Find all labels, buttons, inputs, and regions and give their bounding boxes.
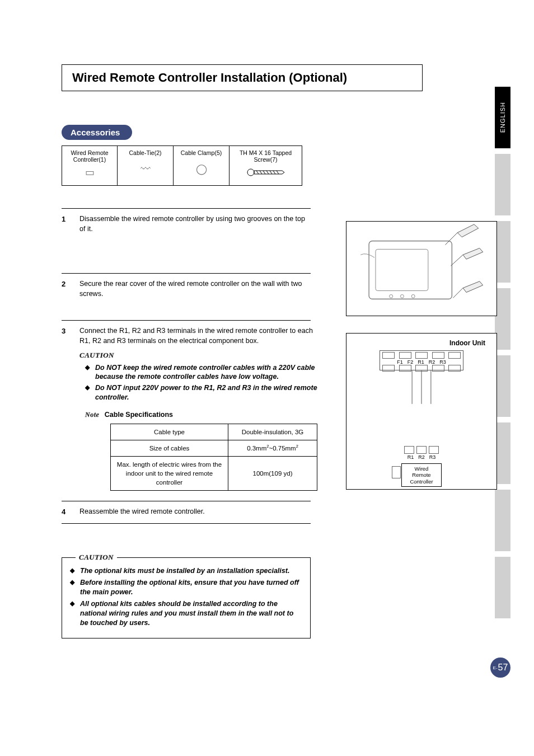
- page-title: Wired Remote Controller Installation (Op…: [72, 71, 412, 85]
- step-body: Connect the R1, R2 and R3 terminals in t…: [79, 326, 317, 491]
- caution-box-list: The optional kits must be installed by a…: [70, 566, 302, 627]
- svg-line-8: [453, 288, 463, 298]
- steps: 1 Disassemble the wired remote controlle…: [62, 208, 311, 524]
- remote-terminal-block: [346, 446, 496, 454]
- terminal-label: R2: [418, 454, 425, 460]
- svg-rect-2: [376, 249, 428, 290]
- spec-cell: Size of cables: [111, 440, 228, 456]
- indoor-unit-label: Indoor Unit: [346, 334, 496, 347]
- language-tabs-inactive: [495, 154, 510, 618]
- acc-label: Wired Remote Controller(1): [65, 149, 114, 163]
- svg-point-3: [390, 294, 393, 298]
- language-tab-label: ENGLISH: [499, 102, 506, 133]
- step-body: Disassemble the wired remote controller …: [79, 214, 311, 234]
- svg-point-5: [411, 294, 415, 298]
- remote-label-line: Wired: [404, 466, 439, 472]
- remote-controller-icon: ▭: [85, 163, 95, 182]
- step-4: 4 Reassemble the wired remote controller…: [62, 501, 311, 524]
- step-number: 4: [62, 508, 69, 517]
- remote-label-line: Remote: [404, 472, 439, 478]
- acc-label: TH M4 X 16 Tapped Screw(7): [233, 149, 298, 163]
- caution-list: Do NOT keep the wired remote controller …: [85, 363, 317, 403]
- page-number-badge: E-57: [490, 658, 510, 678]
- caution-box-label: CAUTION: [76, 553, 117, 562]
- step-3: 3 Connect the R1, R2 and R3 terminals in…: [62, 320, 311, 501]
- figure-disassembly: [346, 221, 497, 316]
- terminal-label: R3: [429, 454, 436, 460]
- acc-label: Cable Clamp(5): [181, 149, 222, 156]
- indoor-terminal-block: F1 F2 R1 R2 R3: [380, 350, 463, 370]
- caution-item: Do NOT input 220V power to the R1, R2 an…: [85, 383, 317, 402]
- wired-remote-label-box: Wired Remote Controller: [401, 463, 442, 487]
- terminal-label: F2: [407, 359, 414, 365]
- page-number: 57: [498, 663, 508, 673]
- caution-box: CAUTION The optional kits must be instal…: [62, 557, 311, 638]
- acc-label: Cable-Tie(2): [129, 149, 162, 156]
- spec-cell: 100m(109 yd): [228, 456, 317, 490]
- caution-box-item: The optional kits must be installed by a…: [70, 566, 302, 576]
- svg-point-0: [247, 169, 254, 176]
- language-tab-english: ENGLISH: [495, 87, 510, 148]
- step-number: 2: [62, 280, 69, 299]
- step-text: Connect the R1, R2 and R3 terminals in t…: [79, 326, 317, 346]
- figure-wiring: Indoor Unit F1 F2 R1 R2 R3: [346, 333, 497, 490]
- terminal-label: R1: [407, 454, 414, 460]
- page-number-prefix: E-: [493, 665, 498, 670]
- step-body: Reassemble the wired remote controller.: [79, 507, 311, 517]
- tapped-screw-icon: [246, 163, 285, 182]
- cable-clamp-icon: ◯: [196, 156, 207, 182]
- accessories-heading: Accessories: [62, 125, 132, 140]
- step-number: 3: [62, 327, 69, 491]
- cable-spec-table: Cable type Double-insulation, 3G Size of…: [110, 424, 317, 491]
- caution-box-item: Before installing the optional kits, ens…: [70, 578, 302, 597]
- terminal-label: F1: [397, 359, 403, 365]
- spec-cell: Double-insulation, 3G: [228, 424, 317, 440]
- accessories-row: Wired Remote Controller(1) ▭ Cable-Tie(2…: [62, 145, 302, 186]
- caution-box-item: All optional kits cables should be insta…: [70, 599, 302, 628]
- spec-cell: Max. length of electric wires from the i…: [111, 456, 228, 490]
- remote-label-line: Controller: [404, 478, 439, 485]
- spec-cell: 0.3mm2~0.75mm2: [228, 440, 317, 456]
- step-2: 2 Secure the rear cover of the wired rem…: [62, 273, 311, 320]
- note-title: Cable Specifications: [105, 411, 173, 419]
- svg-line-7: [451, 255, 463, 266]
- step-1: 1 Disassemble the wired remote controlle…: [62, 208, 311, 273]
- spec-cell: Cable type: [111, 424, 228, 440]
- svg-point-4: [400, 294, 404, 298]
- caution-item: Do NOT keep the wired remote controller …: [85, 363, 317, 382]
- terminal-label: R3: [439, 359, 446, 365]
- terminal-label: R1: [418, 359, 424, 365]
- step-body: Secure the rear cover of the wired remot…: [79, 279, 311, 299]
- caution-label: CAUTION: [79, 350, 114, 360]
- page-title-box: Wired Remote Controller Installation (Op…: [62, 64, 423, 91]
- cable-tie-icon: 〰: [140, 156, 151, 182]
- terminal-label: R2: [429, 359, 435, 365]
- svg-rect-1: [369, 241, 452, 299]
- note-label: Note: [85, 410, 99, 420]
- step-number: 1: [62, 215, 69, 234]
